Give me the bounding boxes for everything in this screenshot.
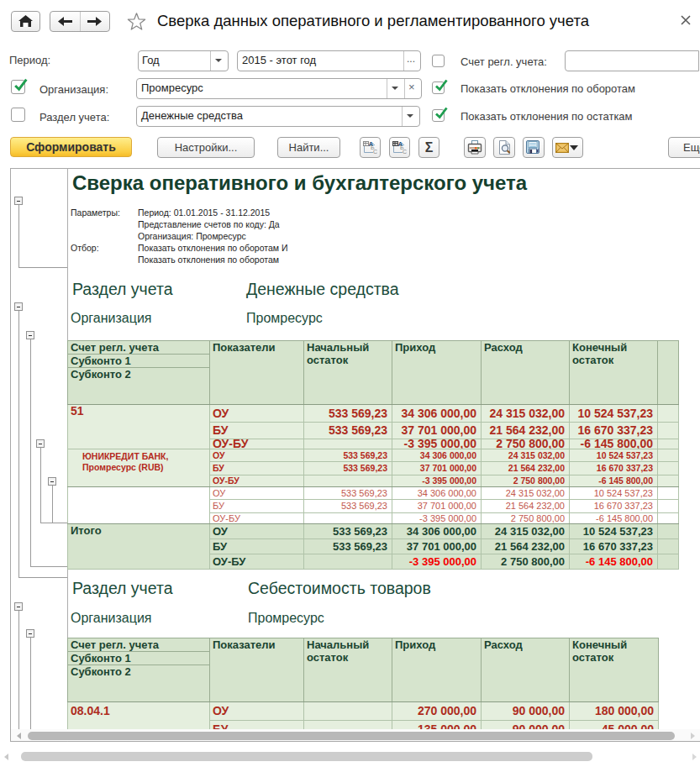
svg-text:С: С	[373, 149, 377, 155]
svg-text:С: С	[403, 149, 407, 155]
